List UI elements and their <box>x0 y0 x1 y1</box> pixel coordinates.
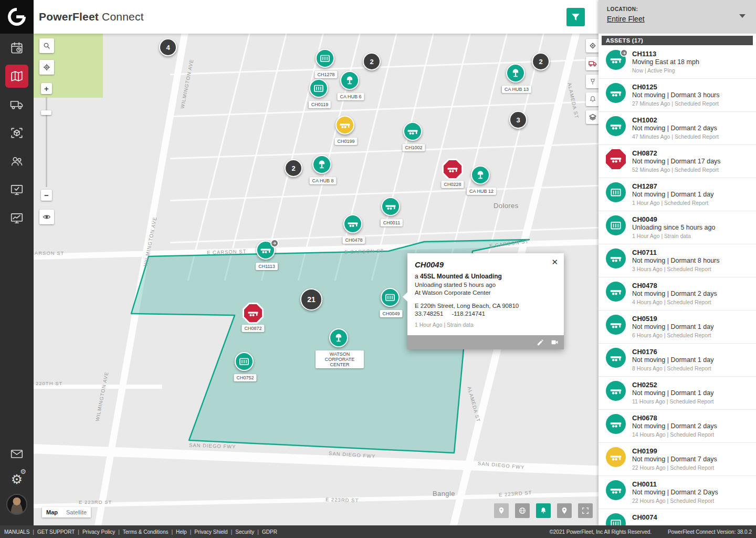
alerts-tool-button[interactable] <box>536 503 551 518</box>
map-marker-watson-corporate-center[interactable]: WATSON CORPORATE CENTER <box>329 328 350 349</box>
map-marker-ch0478[interactable]: CH0478 <box>343 214 364 235</box>
map[interactable]: WILMINGTON AVEWILMINGTON AVEWILMINGTON A… <box>34 34 598 525</box>
asset-list-item-ch1113[interactable]: CH1113Moving East at 18 mphNow | Active … <box>598 46 756 79</box>
map-marker-ch0872[interactable]: CH0872 <box>243 303 264 324</box>
fullscreen-button[interactable] <box>578 503 593 518</box>
zoom-slider-handle[interactable] <box>41 110 51 115</box>
sidebar-item-fleet[interactable] <box>0 90 34 119</box>
light-pin-icon <box>589 77 597 86</box>
map-type-satellite-button[interactable]: Satellite <box>62 507 91 518</box>
sidebar-item-inspections[interactable] <box>0 175 34 204</box>
messages-button[interactable] <box>0 443 34 464</box>
asset-list-item-ch0199[interactable]: CH0199Not moving | Dormant 7 days22 Hour… <box>598 443 756 476</box>
sidebar-item-schedule[interactable] <box>0 34 34 62</box>
asset-status: Not moving | Dormant 2 Days <box>632 489 718 496</box>
asset-list-item-ch0711[interactable]: CH0711Not moving | Dormant 8 hours3 Hour… <box>598 244 756 277</box>
footer-link[interactable]: GET SUPPORT <box>37 529 75 535</box>
asset-list-item-ch0176[interactable]: CH0176Not moving | Dormant 1 day8 Hours … <box>598 344 756 377</box>
map-cluster[interactable]: 21 <box>300 288 322 311</box>
edit-icon[interactable] <box>537 338 544 346</box>
locate-button[interactable] <box>39 60 54 75</box>
chassis-icon <box>606 83 626 103</box>
asset-list-item-ch0872[interactable]: CH0872Not moving | Dormant 17 days52 Min… <box>598 145 756 178</box>
visibility-button[interactable] <box>39 210 54 224</box>
settings-button[interactable]: ⚙ ⚙ <box>0 469 34 490</box>
map-marker-ch1002[interactable]: CH1002 <box>403 122 424 143</box>
stop-octagon <box>243 303 264 324</box>
footer-link[interactable]: Terms & Conditions <box>123 529 169 535</box>
sidebar-item-people[interactable] <box>0 147 34 175</box>
map-marker-ca-hub-13[interactable]: CA HUB 13 <box>506 64 527 85</box>
user-avatar[interactable] <box>6 494 27 515</box>
map-type-map-button[interactable]: Map <box>42 507 62 518</box>
zoom-in-button[interactable]: + <box>41 83 52 94</box>
map-marker-ch0199[interactable]: CH0199 <box>335 116 356 137</box>
asset-id: CH0074 <box>632 513 657 521</box>
sidebar-item-assets[interactable] <box>0 119 34 147</box>
map-cluster[interactable]: 3 <box>509 111 527 129</box>
asset-id: CH0478 <box>632 282 717 289</box>
sidebar-item-reports[interactable] <box>0 204 34 232</box>
asset-list-item-ch0252[interactable]: CH0252Not moving | Dormant 1 day11 Hours… <box>598 377 756 410</box>
footer-link[interactable]: MANUALS <box>4 529 29 535</box>
footer-link[interactable]: Privacy Policy <box>82 529 115 535</box>
map-marker-ch0011[interactable]: CH0011 <box>381 197 402 218</box>
chevron-down-icon[interactable] <box>739 14 746 18</box>
asset-list-item-ch1287[interactable]: CH1287Not moving | Dormant 1 day1 Hour A… <box>598 178 756 211</box>
asset-list-item-ch0478[interactable]: CH0478Not moving | Dormant 2 days4 Hours… <box>598 277 756 311</box>
asset-status: Not moving | Dormant 1 day <box>632 356 713 364</box>
map-marker-ch0119[interactable]: CH0119 <box>309 79 330 100</box>
asset-meta: Now | Active Ping <box>632 67 699 74</box>
video-icon[interactable] <box>551 338 559 346</box>
map-cluster[interactable]: 4 <box>159 38 177 56</box>
calendar-clock-icon <box>10 41 24 55</box>
powerfleet-logo[interactable] <box>0 0 34 34</box>
zoom-out-button[interactable]: − <box>41 190 52 201</box>
asset-status: Not moving | Dormant 7 days <box>632 456 717 463</box>
asset-meta: 47 Minutes Ago | Scheduled Report <box>632 133 719 140</box>
map-bottom-toolbar <box>494 503 593 518</box>
layers-button[interactable] <box>586 110 598 124</box>
map-marker-ca-hub-12[interactable]: CA HUB 12 <box>471 165 492 187</box>
map-marker-ca-hub-6[interactable]: CA HUB 6 <box>340 71 361 92</box>
map-cluster[interactable]: 2 <box>285 159 302 177</box>
map-marker-ch0228[interactable]: CH0228 <box>442 159 463 180</box>
globe-tool-button[interactable] <box>515 503 530 518</box>
truck-icon <box>10 98 24 111</box>
map-cluster[interactable]: 2 <box>532 53 550 70</box>
truck-layer-button[interactable] <box>586 57 598 70</box>
location-value[interactable]: Entire Fleet <box>607 15 645 23</box>
asset-status: Not moving | Dormant 1 day <box>632 191 713 198</box>
map-marker-ch0049[interactable]: CH0049 <box>381 288 402 309</box>
map-marker-ch1278[interactable]: CH1278 <box>316 49 337 70</box>
filter-button[interactable] <box>566 8 585 26</box>
close-icon[interactable]: ✕ <box>551 258 558 266</box>
pin-tool-button[interactable] <box>494 503 509 518</box>
footer-link[interactable]: Privacy Shield <box>194 529 227 535</box>
asset-list-item-ch0049[interactable]: CH0049Unloading since 5 hours ago1 Hour … <box>598 211 756 244</box>
map-marker-ch0752[interactable]: CH0752 <box>235 352 256 373</box>
map-cluster[interactable]: 2 <box>363 53 381 70</box>
location-tool-button[interactable] <box>557 503 572 518</box>
alerts-layer-button[interactable] <box>586 92 598 106</box>
marker-label: CA HUB 8 <box>309 177 336 184</box>
chassis-icon <box>606 480 626 500</box>
asset-meta: 11 Hours Ago | Scheduled Report <box>632 398 713 405</box>
asset-list-item-ch0125[interactable]: CH0125Not moving | Dormant 3 hours27 Min… <box>598 79 756 112</box>
map-marker-ch1113[interactable]: CH1113 <box>256 241 277 262</box>
asset-status: Not moving | Dormant 2 days <box>632 290 717 297</box>
navigate-button[interactable] <box>586 39 598 53</box>
asset-list-item-ch0074[interactable]: CH0074 <box>598 509 756 525</box>
asset-list-item-ch0011[interactable]: CH0011Not moving | Dormant 2 Days22 Hour… <box>598 476 756 509</box>
footer-link[interactable]: Security <box>235 529 254 535</box>
sidebar-item-map[interactable] <box>0 62 34 90</box>
footer-link[interactable]: GDPR <box>262 529 277 535</box>
asset-list-item-ch0678[interactable]: CH0678Not moving | Dormant 2 days14 Hour… <box>598 410 756 443</box>
map-marker-ca-hub-8[interactable]: CA HUB 8 <box>312 155 333 176</box>
asset-list-item-ch0519[interactable]: CH0519Not moving | Dormant 1 day6 Hours … <box>598 311 756 344</box>
asset-list-item-ch1002[interactable]: CH1002Not moving | Dormant 2 days47 Minu… <box>598 112 756 145</box>
location-selector[interactable]: LOCATION: Entire Fleet <box>598 0 756 34</box>
footer-link[interactable]: Help <box>176 529 187 535</box>
streetlight-layer-button[interactable] <box>586 75 598 88</box>
map-search-button[interactable] <box>39 38 54 53</box>
